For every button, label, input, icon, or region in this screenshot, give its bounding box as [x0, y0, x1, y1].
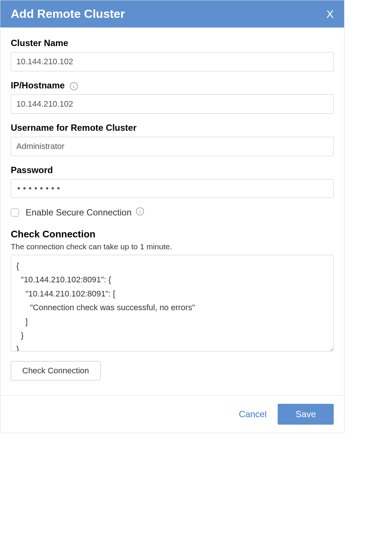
info-icon[interactable]	[69, 82, 78, 91]
check-connection-button[interactable]: Check Connection	[11, 361, 101, 380]
cluster-name-label: Cluster Name	[11, 38, 334, 48]
info-icon[interactable]	[135, 207, 144, 218]
check-connection-heading: Check Connection	[11, 228, 334, 240]
password-input[interactable]	[11, 179, 334, 198]
dialog-header: Add Remote Cluster X	[0, 0, 344, 27]
svg-point-2	[74, 84, 74, 85]
cluster-name-input[interactable]	[11, 52, 334, 71]
cancel-button[interactable]: Cancel	[239, 409, 267, 419]
secure-connection-row: Enable Secure Connection	[11, 207, 334, 218]
username-group: Username for Remote Cluster	[11, 123, 334, 156]
svg-point-5	[140, 209, 140, 210]
close-icon[interactable]: X	[326, 9, 334, 20]
password-label: Password	[11, 165, 334, 175]
secure-connection-label-text: Enable Secure Connection	[26, 207, 132, 218]
save-button[interactable]: Save	[278, 404, 334, 425]
ip-hostname-label: IP/Hostname	[11, 80, 334, 91]
check-connection-subtext: The connection check can take up to 1 mi…	[11, 242, 334, 251]
cluster-name-group: Cluster Name	[11, 38, 334, 71]
dialog-body: Cluster Name IP/Hostname Username for Re…	[0, 27, 344, 395]
username-input[interactable]	[11, 137, 334, 156]
ip-hostname-label-text: IP/Hostname	[11, 80, 65, 90]
dialog-title: Add Remote Cluster	[11, 7, 125, 21]
ip-hostname-input[interactable]	[11, 94, 334, 114]
add-remote-cluster-dialog: Add Remote Cluster X Cluster Name IP/Hos…	[0, 0, 344, 433]
secure-connection-label: Enable Secure Connection	[26, 207, 144, 218]
check-connection-section: Check Connection The connection check ca…	[11, 228, 334, 380]
username-label: Username for Remote Cluster	[11, 123, 334, 133]
ip-hostname-group: IP/Hostname	[11, 80, 334, 114]
secure-connection-checkbox[interactable]	[11, 208, 19, 217]
dialog-footer: Cancel Save	[0, 395, 344, 433]
check-connection-result[interactable]	[11, 255, 334, 351]
password-group: Password	[11, 165, 334, 198]
